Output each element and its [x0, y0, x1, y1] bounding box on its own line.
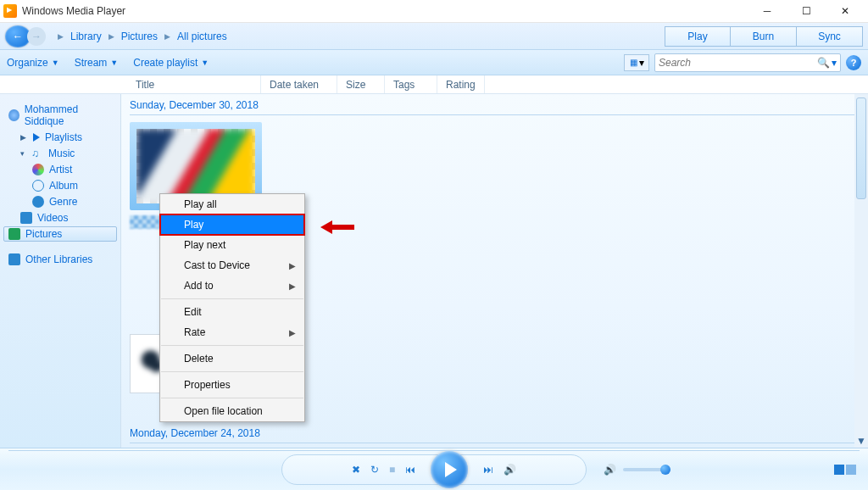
play-button[interactable]: [431, 451, 468, 488]
search-box[interactable]: 🔍 ▾: [654, 53, 841, 72]
svg-marker-0: [320, 220, 354, 234]
sidebar-item-artist[interactable]: Artist: [3, 162, 117, 177]
help-button[interactable]: ?: [846, 55, 861, 70]
search-input[interactable]: [659, 57, 817, 69]
menu-cast[interactable]: Cast to Device▶: [160, 255, 304, 276]
menu-open-location[interactable]: Open file location: [160, 401, 304, 421]
menu-edit[interactable]: Edit: [160, 302, 304, 322]
grid-icon: ▦: [630, 58, 637, 67]
video-icon: [20, 212, 32, 224]
dropdown-icon: ▼: [52, 58, 59, 67]
nav-bar: ← → ▶ Library ▶ Pictures ▶ All pictures …: [0, 23, 868, 50]
transport-controls: ✖ ↻ ■ ⏮ ⏭ 🔊: [281, 454, 587, 485]
tab-burn[interactable]: Burn: [731, 26, 797, 47]
sidebar-item-label: Mohammed Siddique: [25, 103, 112, 127]
menu-play-next[interactable]: Play next: [160, 235, 304, 255]
create-playlist-button[interactable]: Create playlist▼: [133, 57, 209, 69]
breadcrumb-library[interactable]: Library: [70, 31, 102, 42]
menu-properties[interactable]: Properties: [160, 375, 304, 395]
context-menu: Play all Play Play next Cast to Device▶ …: [159, 193, 305, 422]
tab-sync[interactable]: Sync: [797, 26, 863, 47]
stop-button[interactable]: ■: [389, 464, 395, 476]
group-header[interactable]: Monday, December 24, 2018: [130, 427, 860, 439]
view-options-button[interactable]: ▦▾: [624, 54, 649, 71]
mode-tabs: Play Burn Sync: [665, 26, 863, 47]
title-bar: Windows Media Player ─ ☐ ✕: [0, 0, 868, 23]
group-header[interactable]: Sunday, December 30, 2018: [130, 99, 860, 111]
volume-control: 🔊: [604, 464, 670, 476]
sidebar-item-videos[interactable]: Videos: [3, 210, 117, 226]
menu-separator: [161, 298, 303, 299]
sidebar-item-playlists[interactable]: ▶Playlists: [3, 130, 117, 145]
album-icon: [32, 180, 44, 192]
slider-knob[interactable]: [660, 465, 670, 475]
volume-slider[interactable]: [623, 468, 670, 471]
repeat-button[interactable]: ↻: [370, 464, 379, 476]
sidebar: Mohammed Siddique ▶Playlists ▾♫Music Art…: [0, 94, 120, 448]
prev-button[interactable]: ⏮: [405, 464, 415, 476]
sidebar-item-label: Videos: [37, 212, 68, 224]
sidebar-item-label: Album: [49, 180, 78, 192]
sidebar-item-label: Other Libraries: [25, 253, 92, 265]
col-title[interactable]: Title: [127, 75, 261, 93]
pictures-icon: [8, 228, 20, 240]
col-rating[interactable]: Rating: [437, 75, 485, 93]
sidebar-item-other-libraries[interactable]: Other Libraries: [3, 252, 117, 267]
genre-icon: [32, 196, 44, 208]
col-tags[interactable]: Tags: [385, 75, 437, 93]
menu-delete[interactable]: Delete: [160, 348, 304, 369]
col-date[interactable]: Date taken: [261, 75, 337, 93]
menu-separator: [161, 371, 303, 372]
scrollbar[interactable]: ▲ ▼: [854, 94, 868, 448]
sidebar-item-user[interactable]: Mohammed Siddique: [3, 102, 117, 129]
organize-button[interactable]: Organize▼: [7, 57, 59, 69]
tab-play[interactable]: Play: [665, 26, 731, 47]
toolbar: Organize▼ Stream▼ Create playlist▼ ▦▾ 🔍 …: [0, 50, 868, 75]
sidebar-item-label: Playlists: [45, 131, 82, 143]
thumbnail-image: [136, 129, 255, 203]
menu-play-all[interactable]: Play all: [160, 194, 304, 214]
sidebar-item-music[interactable]: ▾♫Music: [3, 146, 117, 161]
chevron-right-icon: ▶: [289, 328, 296, 337]
dropdown-icon: ▼: [201, 58, 209, 67]
volume-icon[interactable]: 🔊: [604, 464, 616, 476]
column-header: Title Date taken Size Tags Rating: [0, 75, 868, 94]
minimize-button[interactable]: ─: [748, 0, 787, 23]
dropdown-icon: ▾: [832, 57, 837, 69]
sidebar-item-label: Artist: [49, 164, 72, 175]
scroll-down-icon[interactable]: ▼: [854, 434, 868, 448]
sidebar-item-label: Music: [48, 148, 75, 159]
expand-icon: ▶: [20, 133, 26, 142]
breadcrumb-all-pictures[interactable]: All pictures: [177, 31, 227, 42]
forward-button[interactable]: →: [27, 27, 46, 46]
music-icon: ♫: [31, 148, 43, 159]
mute-button[interactable]: 🔊: [504, 464, 516, 476]
menu-play[interactable]: Play: [160, 214, 304, 235]
switch-view-button[interactable]: [834, 465, 856, 475]
close-button[interactable]: ✕: [826, 0, 865, 23]
app-icon: [3, 4, 17, 18]
chevron-right-icon: ▶: [108, 32, 114, 41]
dropdown-icon: ▾: [639, 57, 644, 69]
seek-bar[interactable]: [8, 450, 860, 451]
stream-button[interactable]: Stream▼: [75, 57, 119, 69]
col-size[interactable]: Size: [337, 75, 385, 93]
shuffle-button[interactable]: ✖: [352, 464, 360, 476]
chevron-right-icon: ▶: [289, 261, 296, 270]
search-icon[interactable]: 🔍: [817, 57, 830, 69]
sidebar-item-pictures[interactable]: Pictures: [3, 226, 117, 242]
user-icon: [8, 109, 19, 121]
breadcrumb-pictures[interactable]: Pictures: [121, 31, 158, 42]
chevron-right-icon: ▶: [164, 32, 170, 41]
libraries-icon: [8, 253, 20, 265]
sidebar-item-album[interactable]: Album: [3, 178, 117, 193]
menu-add-to[interactable]: Add to▶: [160, 276, 304, 296]
next-button[interactable]: ⏭: [483, 464, 493, 476]
artist-icon: [32, 164, 44, 175]
chevron-right-icon: ▶: [58, 32, 64, 41]
scrollbar-thumb[interactable]: [856, 97, 866, 199]
maximize-button[interactable]: ☐: [787, 0, 826, 23]
menu-rate[interactable]: Rate▶: [160, 322, 304, 342]
sidebar-item-genre[interactable]: Genre: [3, 194, 117, 209]
dropdown-icon: ▼: [110, 58, 118, 67]
